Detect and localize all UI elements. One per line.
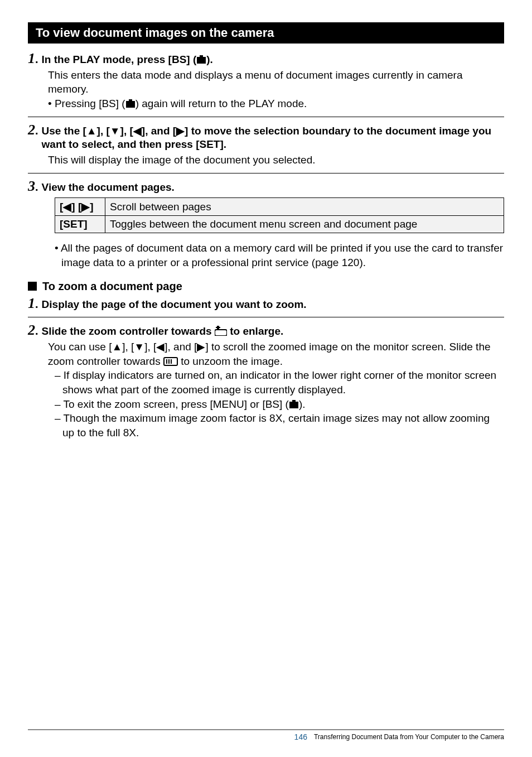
step-1: 1. In the PLAY mode, press [BS] (). This… xyxy=(28,51,504,111)
page-footer: 146 Transferring Document Data from Your… xyxy=(28,729,504,741)
table-row: [SET] Toggles between the document menu … xyxy=(55,216,504,233)
svg-rect-6 xyxy=(215,330,227,336)
zoom-out-icon xyxy=(163,357,178,366)
zoom-step-number-1: 1. xyxy=(28,296,38,311)
table-row: [◀] [▶] Scroll between pages xyxy=(55,198,504,216)
step-1-bullet-suffix: ) again will return to the PLAY mode. xyxy=(136,98,307,109)
zoom-step-2-title-prefix: Slide the zoom controller towards xyxy=(42,325,215,337)
svg-rect-0 xyxy=(197,57,206,64)
controls-table: [◀] [▶] Scroll between pages [SET] Toggl… xyxy=(55,197,504,233)
step-number-1: 1. xyxy=(28,51,38,66)
step-2-body: This will display the image of the docum… xyxy=(48,153,504,167)
page-number: 146 xyxy=(294,732,307,741)
step-1-body: This enters the data mode and displays a… xyxy=(48,68,504,97)
table-val-scroll: Scroll between pages xyxy=(105,198,504,216)
separator xyxy=(28,173,504,173)
bs-icon xyxy=(125,99,136,108)
zoom-step-1-title: Display the page of the document you wan… xyxy=(42,298,307,312)
zoom-step-1: 1. Display the page of the document you … xyxy=(28,296,504,312)
step-3-bullet: • All the pages of document data on a me… xyxy=(55,241,504,269)
step-2: 2. Use the [▲], [▼], [◀], and [▶] to mov… xyxy=(28,123,504,167)
zoom-step-2-dash-2-suffix: ). xyxy=(299,398,306,410)
zoom-step-2-body-suffix: to unzoom the image. xyxy=(178,355,283,367)
zoom-step-2-body: You can use [▲], [▼], [◀], and [▶] to sc… xyxy=(48,340,504,368)
square-bullet-icon xyxy=(28,282,37,291)
separator xyxy=(28,317,504,317)
step-1-title-suffix: ). xyxy=(206,54,213,65)
bs-icon xyxy=(289,400,299,409)
zoom-step-2-dash-3: – Though the maximum image zoom factor i… xyxy=(55,411,504,440)
footer-text: Transferring Document Data from Your Com… xyxy=(314,733,504,741)
bs-icon xyxy=(196,55,206,64)
step-1-title-prefix: In the PLAY mode, press [BS] ( xyxy=(42,54,197,65)
zoom-step-2-dash-2-prefix: – To exit the zoom screen, press [MENU] … xyxy=(55,398,289,410)
subsection-heading: To zoom a document page xyxy=(28,280,504,293)
step-2-title: Use the [▲], [▼], [◀], and [▶] to move t… xyxy=(42,124,504,152)
subsection-title: To zoom a document page xyxy=(42,280,182,293)
svg-rect-3 xyxy=(129,99,132,102)
zoom-step-2-title: Slide the zoom controller towards to enl… xyxy=(42,325,284,339)
zoom-step-2-title-suffix: to enlarge. xyxy=(227,325,283,337)
section-header: To view document images on the camera xyxy=(28,22,504,44)
zoom-step-2-dash-2: – To exit the zoom screen, press [MENU] … xyxy=(55,397,504,412)
table-key-set: [SET] xyxy=(55,216,105,233)
svg-rect-9 xyxy=(168,359,170,364)
svg-rect-11 xyxy=(289,402,298,408)
step-3: 3. View the document pages. [◀] [▶] Scro… xyxy=(28,179,504,270)
table-val-toggle: Toggles between the document menu screen… xyxy=(105,216,504,233)
svg-rect-8 xyxy=(166,359,167,364)
step-number-3: 3. xyxy=(28,179,38,194)
svg-rect-5 xyxy=(216,327,220,328)
step-number-2: 2. xyxy=(28,123,38,137)
zoom-step-2-dash-1: – If display indicators are turned on, a… xyxy=(55,368,504,397)
svg-rect-10 xyxy=(171,359,172,364)
zoom-in-icon xyxy=(215,326,227,336)
step-3-title: View the document pages. xyxy=(42,181,175,195)
svg-rect-12 xyxy=(292,400,296,402)
step-1-bullet-prefix: • Pressing [BS] ( xyxy=(48,98,125,109)
step-1-title: In the PLAY mode, press [BS] (). xyxy=(42,53,213,67)
zoom-step-2: 2. Slide the zoom controller towards to … xyxy=(28,323,504,440)
zoom-step-number-2: 2. xyxy=(28,323,38,337)
step-1-bullet: • Pressing [BS] () again will return to … xyxy=(48,97,504,111)
svg-rect-1 xyxy=(200,55,203,57)
svg-rect-2 xyxy=(126,101,135,108)
table-key-arrows: [◀] [▶] xyxy=(55,198,105,216)
separator xyxy=(28,117,504,117)
